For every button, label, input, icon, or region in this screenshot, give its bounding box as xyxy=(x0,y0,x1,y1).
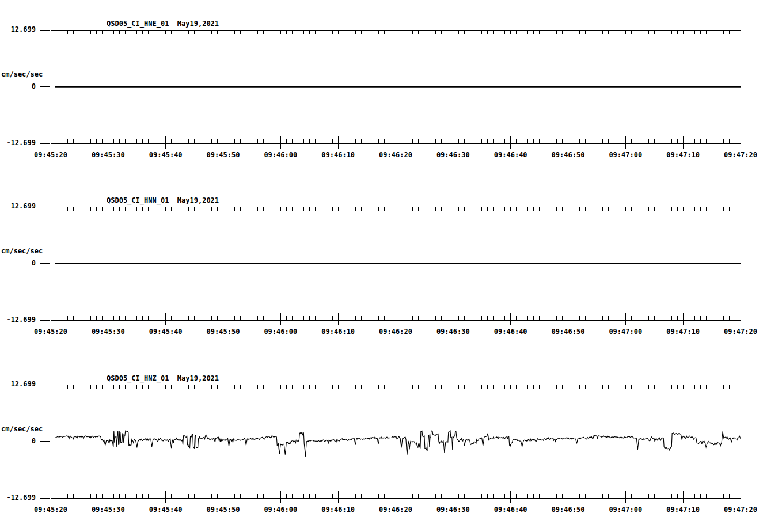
seismogram-page: QSD05_CI_HNE_01 May19,202112.699cm/sec/s… xyxy=(0,0,782,532)
x-tick-label-hnz-4: 09:46:00 xyxy=(257,506,303,514)
x-tick-label-hne-6: 09:46:20 xyxy=(373,151,419,159)
x-tick-label-hnn-0: 09:45:20 xyxy=(28,328,74,336)
y-axis-ticks-hnz xyxy=(40,385,50,498)
x-tick-label-hnn-6: 09:46:20 xyxy=(373,328,419,336)
x-tick-label-hnn-1: 09:45:30 xyxy=(85,328,131,336)
waveform-trace-hnz xyxy=(55,430,741,457)
x-tick-label-hnz-3: 09:45:50 xyxy=(200,506,246,514)
x-tick-label-hnz-6: 09:46:20 xyxy=(373,506,419,514)
x-axis-top-minor-ticks-hnz xyxy=(51,385,741,389)
y-zero-label-hne: 0 xyxy=(0,82,36,91)
x-tick-label-hnn-7: 09:46:30 xyxy=(430,328,476,336)
x-tick-label-hnz-9: 09:46:50 xyxy=(545,506,591,514)
x-tick-label-hnn-8: 09:46:40 xyxy=(488,328,534,336)
x-tick-label-hne-3: 09:45:50 xyxy=(200,151,246,159)
panel-title-hnn: QSD05_CI_HNN_01 May19,2021 xyxy=(107,196,219,205)
panel-title-hne: QSD05_CI_HNE_01 May19,2021 xyxy=(107,20,219,28)
x-tick-label-hnz-11: 09:47:10 xyxy=(660,506,706,514)
x-tick-label-hnz-2: 09:45:40 xyxy=(143,506,189,514)
x-tick-label-hnz-7: 09:46:30 xyxy=(430,506,476,514)
x-tick-label-hnn-4: 09:46:00 xyxy=(257,328,303,336)
x-tick-label-hnn-12: 09:47:20 xyxy=(718,328,764,336)
x-axis-top-minor-ticks-hnn xyxy=(51,207,741,211)
x-tick-label-hne-2: 09:45:40 xyxy=(143,151,189,159)
y-max-label-hne: 12.699 xyxy=(0,25,36,34)
y-axis-ticks-hne xyxy=(40,30,50,143)
x-tick-label-hnz-1: 09:45:30 xyxy=(85,506,131,514)
x-tick-label-hnn-5: 09:46:10 xyxy=(315,328,361,336)
y-unit-label-hnz: cm/sec/sec xyxy=(1,425,43,434)
x-tick-label-hnn-11: 09:47:10 xyxy=(660,328,706,336)
y-axis-ticks-hnn xyxy=(40,207,50,320)
x-tick-label-hne-7: 09:46:30 xyxy=(430,151,476,159)
y-max-label-hnn: 12.699 xyxy=(0,202,36,211)
panel-title-hnz: QSD05_CI_HNZ_01 May19,2021 xyxy=(107,374,219,383)
x-tick-label-hne-0: 09:45:20 xyxy=(28,151,74,159)
x-tick-label-hnz-8: 09:46:40 xyxy=(488,506,534,514)
x-tick-label-hne-11: 09:47:10 xyxy=(660,151,706,159)
x-tick-label-hnz-5: 09:46:10 xyxy=(315,506,361,514)
x-tick-label-hne-12: 09:47:20 xyxy=(718,151,764,159)
x-tick-label-hnn-9: 09:46:50 xyxy=(545,328,591,336)
x-tick-label-hnz-12: 09:47:20 xyxy=(718,506,764,514)
x-tick-label-hne-4: 09:46:00 xyxy=(257,151,303,159)
y-min-label-hnz: -12.699 xyxy=(0,493,36,502)
x-tick-label-hnz-0: 09:45:20 xyxy=(28,506,74,514)
x-tick-label-hne-8: 09:46:40 xyxy=(488,151,534,159)
x-tick-label-hnz-10: 09:47:00 xyxy=(602,506,648,514)
x-tick-label-hne-10: 09:47:00 xyxy=(602,151,648,159)
x-tick-label-hne-9: 09:46:50 xyxy=(545,151,591,159)
y-max-label-hnz: 12.699 xyxy=(0,380,36,389)
x-tick-label-hne-1: 09:45:30 xyxy=(85,151,131,159)
y-min-label-hne: -12.699 xyxy=(0,139,36,147)
y-unit-label-hne: cm/sec/sec xyxy=(1,70,43,79)
x-axis-top-minor-ticks-hne xyxy=(51,30,741,34)
y-zero-label-hnz: 0 xyxy=(0,437,36,446)
seismogram-plot-canvas xyxy=(0,0,782,532)
x-tick-label-hnn-3: 09:45:50 xyxy=(200,328,246,336)
x-tick-label-hnn-10: 09:47:00 xyxy=(602,328,648,336)
y-unit-label-hnn: cm/sec/sec xyxy=(1,247,43,256)
y-zero-label-hnn: 0 xyxy=(0,259,36,268)
x-tick-label-hne-5: 09:46:10 xyxy=(315,151,361,159)
y-min-label-hnn: -12.699 xyxy=(0,316,36,324)
x-tick-label-hnn-2: 09:45:40 xyxy=(143,328,189,336)
